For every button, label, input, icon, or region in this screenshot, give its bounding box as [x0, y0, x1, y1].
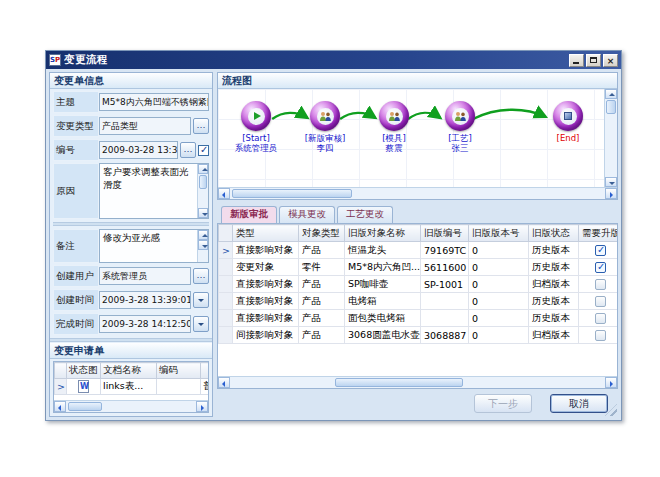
window-title: 变更流程 [64, 53, 566, 67]
scroll-left-icon[interactable] [218, 377, 230, 388]
col-old-version[interactable]: 旧版版本号 [469, 225, 529, 242]
node-sub-label: 蔡震 [386, 143, 403, 153]
grid-row[interactable]: > 直接影响对象 产品 恒温龙头 79169TC 0 历史版本 [219, 242, 618, 259]
scroll-thumb[interactable] [68, 402, 102, 411]
users-icon [445, 101, 475, 131]
subject-input[interactable]: M5*8内六角凹端不锈钢紧固螺钉 [99, 93, 209, 111]
request-table-row[interactable]: > links表... 普通 [55, 379, 209, 395]
req-col-code[interactable]: 编码 [157, 363, 201, 379]
create-user-input[interactable]: 系统管理员 [99, 267, 191, 285]
flow-node-start[interactable]: [Start] 系统管理员 [220, 101, 292, 153]
scroll-up-icon[interactable] [198, 164, 208, 174]
create-time-dropdown-button[interactable] [193, 292, 209, 308]
flow-hscrollbar[interactable] [218, 187, 617, 199]
scroll-down-icon[interactable] [198, 240, 208, 250]
cell-old-code: 79169TC [421, 242, 469, 259]
col-type[interactable]: 类型 [233, 225, 299, 242]
cell-old-version: 0 [469, 242, 529, 259]
col-need-upgrade[interactable]: 需要升版 [579, 225, 618, 242]
two-people-glyph [454, 111, 467, 122]
req-col-status[interactable]: 状态图 [67, 363, 101, 379]
flow-node-end[interactable]: [End] [532, 101, 604, 143]
cancel-button[interactable]: 取消 [550, 394, 608, 413]
change-type-browse-button[interactable]: … [193, 118, 209, 134]
scroll-thumb[interactable] [606, 100, 616, 114]
grid-row[interactable]: 间接影响对象 产品 3068圆盖电水壶 3068887 0 归档版本 [219, 327, 618, 344]
create-user-label: 创建用户 [53, 265, 99, 287]
grid-row[interactable]: 直接影响对象 产品 SP咖啡壶 SP-1001 0 归档版本 SP咖 [219, 276, 618, 293]
next-button[interactable]: 下一步 [474, 394, 532, 413]
cell-object-type: 产品 [299, 310, 345, 327]
create-time-input[interactable]: 2009-3-28 13:39:01 [99, 291, 191, 309]
row-marker [219, 293, 233, 310]
close-icon: × [604, 55, 617, 66]
change-type-input[interactable]: 产品类型 [99, 117, 191, 135]
number-browse-button[interactable]: … [180, 142, 196, 158]
remarks-textarea[interactable]: 修改为亚光感 [99, 229, 209, 263]
col-old-status[interactable]: 旧版状态 [529, 225, 579, 242]
req-col-extra[interactable] [201, 363, 209, 379]
flow-node-mold[interactable]: [模具] 蔡震 [358, 101, 430, 153]
request-table-hscrollbar[interactable] [54, 400, 208, 412]
scroll-right-icon[interactable] [196, 401, 208, 412]
cell-old-version: 0 [469, 276, 529, 293]
row-marker [219, 276, 233, 293]
upgrade-checkbox[interactable] [595, 262, 606, 273]
scroll-right-icon[interactable] [605, 377, 617, 388]
grid-hscrollbar[interactable] [218, 376, 617, 388]
remarks-field-row: 备注 修改为亚光感 [53, 229, 209, 263]
col-old-name[interactable]: 旧版对象名称 [345, 225, 421, 242]
cell-type: 间接影响对象 [233, 327, 299, 344]
cell-old-status: 历史版本 [529, 259, 579, 276]
grid-viewport[interactable]: 类型 对象类型 旧版对象名称 旧版编号 旧版版本号 旧版状态 需要升版 新版 > [218, 224, 617, 376]
tab-mold-change[interactable]: 模具更改 [279, 206, 335, 223]
cell-old-status: 历史版本 [529, 242, 579, 259]
scroll-left-icon[interactable] [54, 401, 66, 412]
tab-craft-change[interactable]: 工艺更改 [337, 206, 393, 223]
upgrade-checkbox[interactable] [595, 330, 606, 341]
app-icon: SP [49, 54, 61, 66]
upgrade-checkbox[interactable] [595, 279, 606, 290]
grid-row[interactable]: 变更对象 零件 M5*8内六角凹... 5611600 0 历史版本 M5*8 [219, 259, 618, 276]
upgrade-checkbox[interactable] [595, 313, 606, 324]
number-input[interactable]: 2009-03-28 13:39:01 [99, 141, 178, 159]
finish-time-dropdown-button[interactable] [193, 316, 209, 332]
scroll-left-icon[interactable] [218, 188, 230, 199]
reason-textarea[interactable]: 客户要求调整表面光滑度 [99, 163, 209, 219]
scroll-thumb[interactable] [199, 175, 207, 189]
scroll-up-icon[interactable] [605, 89, 617, 99]
upgrade-checkbox[interactable] [595, 245, 606, 256]
cell-object-type: 产品 [299, 276, 345, 293]
finish-time-input[interactable]: 2009-3-28 14:12:50 [99, 315, 191, 333]
flow-canvas[interactable]: [Start] 系统管理员 [218, 89, 604, 187]
upgrade-checkbox[interactable] [595, 296, 606, 307]
scroll-up-icon[interactable] [198, 230, 208, 240]
tab-new-version-approval[interactable]: 新版审批 [221, 206, 277, 223]
close-button[interactable]: × [603, 54, 618, 67]
col-object-type[interactable]: 对象类型 [299, 225, 345, 242]
scroll-right-icon[interactable] [605, 188, 617, 199]
create-user-browse-button[interactable]: … [193, 268, 209, 284]
flow-node-review[interactable]: [新版审核] 李四 [289, 101, 361, 153]
section-divider [53, 222, 209, 226]
maximize-button[interactable] [586, 54, 601, 67]
cell-old-code: 3068887 [421, 327, 469, 344]
scroll-thumb[interactable] [232, 189, 352, 198]
col-old-code[interactable]: 旧版编号 [421, 225, 469, 242]
titlebar[interactable]: SP 变更流程 × [46, 51, 621, 69]
node-sub-label: 张三 [452, 143, 469, 153]
scroll-down-icon[interactable] [198, 208, 208, 218]
scroll-thumb[interactable] [335, 378, 463, 387]
number-auto-checkbox[interactable] [198, 145, 209, 156]
remarks-scrollbar[interactable] [197, 230, 208, 262]
flow-diagram-header: 流程图 [218, 73, 617, 89]
scroll-down-icon[interactable] [605, 177, 617, 187]
minimize-button[interactable] [569, 54, 584, 67]
grid-row[interactable]: 直接影响对象 产品 电烤箱 0 历史版本 [219, 293, 618, 310]
reason-scrollbar[interactable] [197, 164, 208, 218]
flow-node-craft[interactable]: [工艺] 张三 [424, 101, 496, 153]
remarks-label: 备注 [53, 229, 99, 263]
req-col-docname[interactable]: 文档名称 [101, 363, 157, 379]
grid-row[interactable]: 直接影响对象 产品 面包类电烤箱 0 历史版本 [219, 310, 618, 327]
flow-vscrollbar[interactable] [604, 89, 617, 187]
